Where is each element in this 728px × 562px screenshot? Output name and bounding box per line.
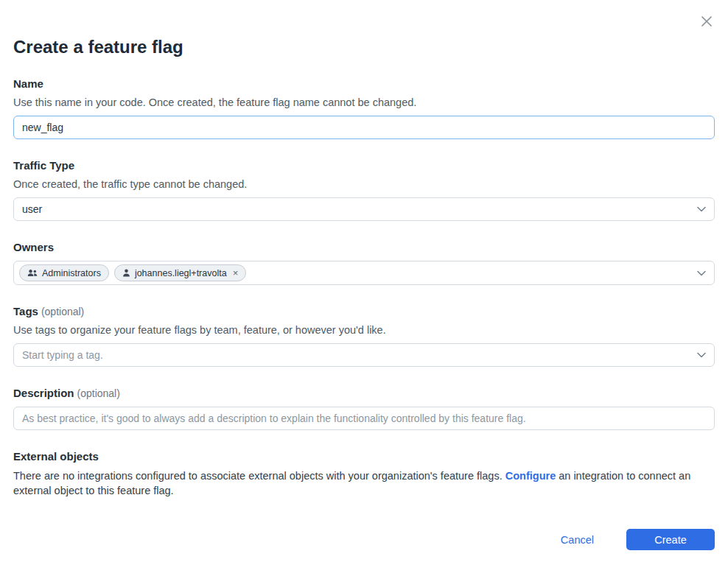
- tags-label: Tags: [13, 305, 38, 317]
- external-objects-text: There are no integrations configured to …: [13, 469, 715, 498]
- traffic-type-value: user: [22, 203, 42, 215]
- owners-section: Owners Administrators johannes.liegl+tra…: [13, 241, 715, 285]
- tags-help-text: Use tags to organize your feature flags …: [13, 324, 715, 336]
- close-x-glyph: [699, 14, 714, 29]
- tags-placeholder: Start typing a tag.: [22, 349, 103, 361]
- description-section: Description(optional): [13, 387, 715, 430]
- create-feature-flag-modal: Create a feature flag Name Use this name…: [0, 37, 728, 550]
- external-text-before: There are no integrations configured to …: [13, 470, 505, 482]
- user-icon: [122, 269, 130, 277]
- cancel-button[interactable]: Cancel: [561, 534, 594, 546]
- owners-label: Owners: [13, 241, 54, 253]
- tags-input[interactable]: Start typing a tag.: [13, 343, 715, 367]
- traffic-type-select[interactable]: user: [13, 197, 715, 221]
- traffic-type-label: Traffic Type: [13, 159, 74, 172]
- description-label: Description: [13, 387, 74, 399]
- traffic-type-help-text: Once created, the traffic type cannot be…: [13, 178, 715, 190]
- name-help-text: Use this name in your code. Once created…: [13, 96, 715, 108]
- tags-section: Tags(optional) Use tags to organize your…: [13, 305, 715, 367]
- owner-chip-label: johannes.liegl+travolta: [135, 268, 227, 278]
- external-objects-section: External objects There are no integratio…: [13, 450, 715, 498]
- tags-optional-label: (optional): [41, 306, 84, 317]
- close-icon[interactable]: [697, 12, 716, 31]
- remove-owner-icon[interactable]: ×: [233, 268, 239, 278]
- chevron-down-icon: [697, 352, 706, 358]
- name-input[interactable]: [13, 116, 715, 139]
- owner-chip-user[interactable]: johannes.liegl+travolta ×: [114, 264, 246, 281]
- chevron-down-icon: [697, 270, 706, 276]
- owners-multiselect[interactable]: Administrators johannes.liegl+travolta ×: [13, 261, 715, 285]
- configure-link[interactable]: Configure: [505, 470, 556, 482]
- traffic-type-section: Traffic Type Once created, the traffic t…: [13, 159, 715, 221]
- name-label: Name: [13, 77, 43, 90]
- chevron-down-icon: [697, 206, 706, 212]
- external-objects-label: External objects: [13, 450, 99, 463]
- owner-chip-administrators[interactable]: Administrators: [19, 264, 109, 281]
- modal-title: Create a feature flag: [13, 37, 715, 57]
- group-icon: [27, 269, 38, 277]
- name-section: Name Use this name in your code. Once cr…: [13, 77, 715, 139]
- description-optional-label: (optional): [77, 387, 120, 399]
- owner-chip-label: Administrators: [42, 268, 101, 278]
- description-input[interactable]: [13, 407, 715, 430]
- create-button[interactable]: Create: [626, 529, 715, 550]
- modal-footer: Cancel Create: [13, 529, 715, 550]
